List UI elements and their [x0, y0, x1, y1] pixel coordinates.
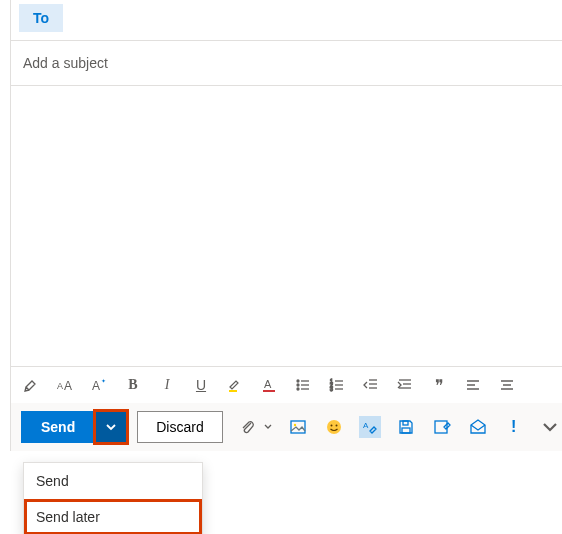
- svg-point-7: [297, 380, 299, 382]
- to-row: To: [11, 0, 562, 41]
- encrypt-icon[interactable]: [467, 416, 489, 438]
- font-color-button[interactable]: A: [259, 375, 279, 395]
- message-body[interactable]: [11, 86, 562, 366]
- quote-button[interactable]: ❞: [429, 375, 449, 395]
- svg-text:A: A: [363, 421, 369, 430]
- send-split-button: Send: [21, 411, 127, 443]
- bullet-list-button[interactable]: [293, 375, 313, 395]
- font-size-icon[interactable]: A✦: [89, 375, 109, 395]
- svg-text:A: A: [57, 381, 63, 391]
- numbered-list-button[interactable]: 123: [327, 375, 347, 395]
- svg-point-11: [297, 388, 299, 390]
- to-button[interactable]: To: [19, 4, 63, 32]
- signature-icon[interactable]: [431, 416, 453, 438]
- outdent-button[interactable]: [361, 375, 381, 395]
- formatting-toggle-icon[interactable]: A: [359, 416, 381, 438]
- subject-row: [11, 41, 562, 86]
- bold-button[interactable]: B: [123, 375, 143, 395]
- svg-rect-39: [435, 421, 447, 433]
- send-menu-item-send[interactable]: Send: [24, 463, 202, 499]
- discard-button[interactable]: Discard: [137, 411, 222, 443]
- attach-icon[interactable]: [237, 416, 259, 438]
- align-left-button[interactable]: [463, 375, 483, 395]
- save-draft-icon[interactable]: [395, 416, 417, 438]
- format-toolbar: AA A✦ B I U A 123 ❞: [11, 366, 562, 403]
- svg-rect-38: [402, 428, 410, 433]
- send-options-menu: Send Send later: [23, 462, 203, 534]
- svg-point-35: [335, 425, 337, 427]
- svg-text:A: A: [92, 379, 100, 393]
- more-actions-chevron-icon[interactable]: [539, 416, 561, 438]
- svg-point-32: [294, 424, 296, 426]
- svg-text:A: A: [64, 379, 72, 393]
- format-painter-icon[interactable]: [21, 375, 41, 395]
- indent-button[interactable]: [395, 375, 415, 395]
- subject-input[interactable]: [11, 41, 562, 85]
- svg-point-9: [297, 384, 299, 386]
- svg-text:3: 3: [330, 386, 333, 392]
- send-button[interactable]: Send: [21, 411, 95, 443]
- svg-point-34: [330, 425, 332, 427]
- italic-button[interactable]: I: [157, 375, 177, 395]
- svg-text:A: A: [264, 378, 272, 390]
- insert-picture-icon[interactable]: [287, 416, 309, 438]
- font-icon[interactable]: AA: [55, 375, 75, 395]
- action-toolbar: Send Discard A: [11, 403, 562, 451]
- underline-button[interactable]: U: [191, 375, 211, 395]
- send-menu-item-send-later[interactable]: Send later: [24, 499, 202, 534]
- emoji-icon[interactable]: [323, 416, 345, 438]
- send-options-chevron[interactable]: [95, 411, 127, 443]
- svg-rect-37: [403, 421, 408, 425]
- align-center-button[interactable]: [497, 375, 517, 395]
- attach-chevron-icon[interactable]: [263, 416, 273, 438]
- importance-icon[interactable]: !: [503, 416, 525, 438]
- svg-point-33: [327, 420, 341, 434]
- svg-rect-31: [291, 421, 305, 433]
- highlight-button[interactable]: [225, 375, 245, 395]
- svg-text:✦: ✦: [101, 378, 106, 384]
